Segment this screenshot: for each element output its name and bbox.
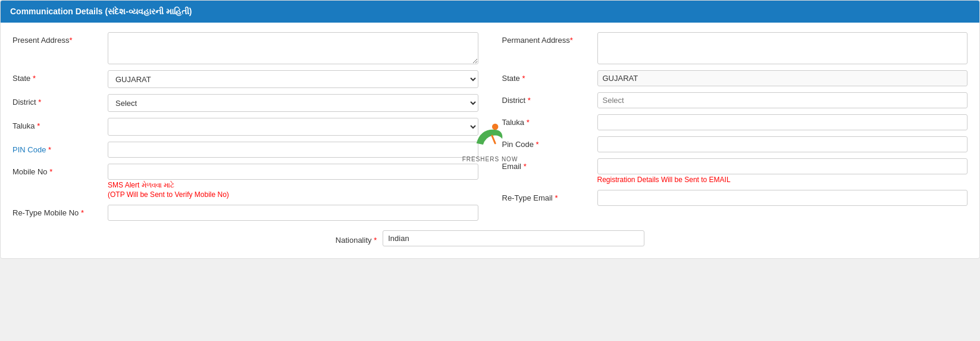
left-mobile-row: Mobile No * SMS Alert મેળવવા માટે (OTP W… xyxy=(12,164,478,199)
right-pin-row: Pin Code * xyxy=(502,136,968,152)
form-grid: Present Address* State * GUJARAT xyxy=(12,32,968,227)
nationality-label: Nationality * xyxy=(336,232,377,245)
left-retype-mobile-input[interactable] xyxy=(108,205,478,221)
communication-details-card: Communication Details (સંદેશ-વ્યવહારની મ… xyxy=(0,0,980,259)
left-pin-input[interactable] xyxy=(108,142,478,158)
right-district-input[interactable] xyxy=(597,92,968,108)
right-taluka-input[interactable] xyxy=(597,114,968,130)
left-taluka-select[interactable] xyxy=(108,118,478,136)
left-retype-mobile-row: Re-Type Mobile No * xyxy=(12,205,478,221)
left-district-row: District * Select xyxy=(12,94,478,112)
left-state-select[interactable]: GUJARAT xyxy=(108,70,478,88)
sms-hint1: SMS Alert મેળવવા માટે xyxy=(108,181,478,189)
right-retype-email-label: Re-Type Email * xyxy=(502,190,597,202)
right-state-row: State * xyxy=(502,70,968,86)
right-state-label: State * xyxy=(502,70,597,83)
right-email-row: Email * Registration Details Will be Sen… xyxy=(502,158,968,184)
right-district-label: District * xyxy=(502,92,597,105)
left-state-row: State * GUJARAT xyxy=(12,70,478,88)
right-taluka-row: Taluka * xyxy=(502,114,968,130)
left-state-label: State * xyxy=(12,70,108,83)
left-section: Present Address* State * GUJARAT xyxy=(12,32,478,227)
right-email-input[interactable] xyxy=(597,158,968,174)
right-district-row: District * xyxy=(502,92,968,108)
left-pin-row: PIN Code * xyxy=(12,142,478,158)
email-hint: Registration Details Will be Sent to EMA… xyxy=(597,176,968,184)
left-taluka-label: Taluka * xyxy=(12,118,108,130)
left-district-label: District * xyxy=(12,94,108,107)
card-body: FRESHERS NOW Present Address* State xyxy=(1,23,979,258)
present-address-row: Present Address* xyxy=(12,32,478,64)
right-state-input xyxy=(597,70,968,86)
right-pin-input[interactable] xyxy=(597,136,968,152)
nationality-row: Nationality * xyxy=(12,230,968,246)
nationality-input[interactable] xyxy=(383,230,644,246)
right-section: Permanent Address* State * xyxy=(502,32,968,227)
card-title: Communication Details (સંદેશ-વ્યવહારની મ… xyxy=(10,7,192,16)
right-retype-email-row: Re-Type Email * xyxy=(502,190,968,206)
left-retype-mobile-label: Re-Type Mobile No * xyxy=(12,205,108,217)
left-district-select[interactable]: Select xyxy=(108,94,478,112)
present-address-input[interactable] xyxy=(108,32,478,64)
right-pin-label: Pin Code * xyxy=(502,136,597,149)
right-taluka-label: Taluka * xyxy=(502,114,597,127)
right-retype-email-input[interactable] xyxy=(597,190,968,206)
permanent-address-label: Permanent Address* xyxy=(502,32,597,45)
present-address-label: Present Address* xyxy=(12,32,108,45)
card-header: Communication Details (સંદેશ-વ્યવહારની મ… xyxy=(1,1,979,23)
left-taluka-row: Taluka * xyxy=(12,118,478,136)
permanent-address-row: Permanent Address* xyxy=(502,32,968,64)
sms-hint2: (OTP Will be Sent to Verify Mobile No) xyxy=(108,190,478,199)
right-email-label: Email * xyxy=(502,158,597,171)
left-mobile-input[interactable] xyxy=(108,164,478,180)
left-mobile-label: Mobile No * xyxy=(12,164,108,176)
permanent-address-input[interactable] xyxy=(597,32,968,64)
left-pin-label: PIN Code * xyxy=(12,142,108,154)
